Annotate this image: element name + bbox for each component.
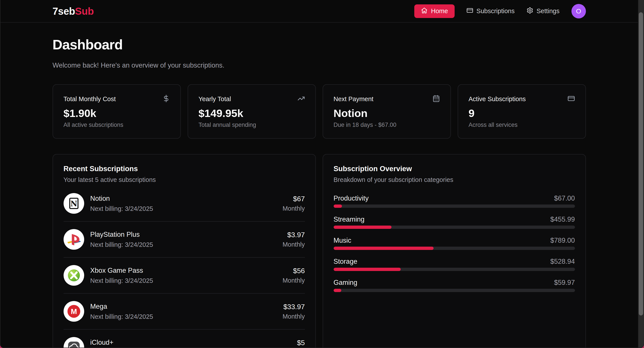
- stat-value: $149.95k: [198, 108, 305, 119]
- subscription-billing: Next billing: 3/24/2025: [90, 313, 276, 320]
- credit-card-icon: [466, 7, 473, 15]
- category-amount: $528.94: [550, 258, 575, 265]
- subscription-billing: Next billing: 3/24/2025: [90, 241, 276, 248]
- subscription-row: iCloud+ Next billing: 3/24/2025 $5 Month…: [64, 329, 305, 348]
- category-progress-fill: [334, 247, 434, 250]
- stat-title: Next Payment: [334, 95, 374, 103]
- category-progress-track: [334, 268, 575, 271]
- subscription-overview-panel: Subscription Overview Breakdown of your …: [323, 154, 586, 348]
- recent-subscriptions-list: N Notion Next billing: 3/24/2025 $67 Mon…: [64, 186, 305, 348]
- stats-grid: Total Monthly Cost $1.90k All active sub…: [52, 84, 586, 139]
- overview-panel-subtitle: Breakdown of your subscription categorie…: [334, 176, 575, 183]
- stat-title: Total Monthly Cost: [64, 95, 116, 103]
- stat-caption: All active subscriptions: [64, 122, 170, 128]
- subscription-cycle: Monthly: [282, 241, 305, 248]
- notion-icon: N: [64, 193, 84, 214]
- subscription-row: M Mega Next billing: 3/24/2025 $33.97 Mo…: [64, 293, 305, 329]
- category-amount: $789.00: [550, 236, 575, 244]
- category-progress-fill: [334, 204, 342, 208]
- category-amount: $67.00: [554, 194, 575, 202]
- category-list: Productivity $67.00 Streaming $455.99 Mu…: [334, 194, 575, 292]
- stat-title: Active Subscriptions: [469, 95, 526, 103]
- category-progress-fill: [334, 226, 392, 229]
- subscription-name: Mega: [90, 302, 276, 310]
- nav-home-button[interactable]: Home: [414, 5, 454, 18]
- logo-text-primary: 7seb: [52, 6, 75, 17]
- app-viewport: 7sebSub Home Subscriptions: [0, 0, 638, 347]
- subscription-billing: Next billing: 3/24/2025: [90, 205, 276, 212]
- xbox-icon: [64, 265, 84, 286]
- stat-value: 9: [469, 108, 575, 119]
- home-icon: [421, 7, 428, 15]
- subscription-name: Notion: [90, 195, 276, 203]
- stat-card: Active Subscriptions 9 Across all servic…: [458, 84, 586, 139]
- stat-value: $1.90k: [64, 108, 170, 119]
- category-progress-fill: [334, 289, 341, 292]
- subscription-price: $56: [282, 267, 305, 275]
- scrollbar-track[interactable]: [638, 0, 644, 347]
- subscription-cycle: Monthly: [282, 277, 305, 284]
- subscription-price: $67: [282, 195, 305, 203]
- page-subtitle: Welcome back! Here's an overview of your…: [52, 62, 586, 69]
- nav-settings-label: Settings: [536, 8, 560, 15]
- subscription-name: Xbox Game Pass: [90, 267, 276, 274]
- category-row: Gaming $59.97: [334, 279, 575, 292]
- app-logo: 7sebSub: [52, 5, 94, 17]
- category-progress-fill: [334, 268, 401, 271]
- stat-value: Notion: [334, 108, 440, 119]
- category-row: Streaming $455.99: [334, 215, 575, 229]
- subscription-cycle: Monthly: [282, 205, 305, 212]
- stat-caption: Across all services: [469, 122, 575, 128]
- category-label: Gaming: [334, 279, 358, 286]
- avatar-initial: O: [576, 8, 581, 15]
- subscription-cycle: Monthly: [282, 313, 305, 320]
- app-window: 7sebSub Home Subscriptions: [0, 0, 644, 348]
- nav-subscriptions-link[interactable]: Subscriptions: [466, 7, 515, 15]
- stat-card: Yearly Total $149.95k Total annual spend…: [188, 84, 316, 139]
- credit-card-icon: [568, 95, 575, 103]
- calendar-icon: [432, 95, 440, 103]
- user-avatar[interactable]: O: [572, 4, 586, 19]
- recent-panel-subtitle: Your latest 5 active subscriptions: [64, 176, 305, 183]
- subscription-price: $33.97: [282, 303, 305, 311]
- logo-text-accent: Sub: [75, 6, 94, 17]
- dollar-icon: [162, 95, 170, 103]
- gear-icon: [526, 7, 533, 15]
- category-row: Music $789.00: [334, 236, 575, 250]
- icloud-icon: [64, 337, 84, 348]
- subscription-price: $5: [282, 339, 305, 347]
- category-row: Storage $528.94: [334, 258, 575, 271]
- overview-panel-title: Subscription Overview: [334, 165, 575, 173]
- subscription-row: N Notion Next billing: 3/24/2025 $67 Mon…: [64, 186, 305, 221]
- stat-caption: Due in 18 days - $67.00: [334, 122, 440, 128]
- recent-panel-title: Recent Subscriptions: [64, 165, 305, 173]
- subscription-name: PlayStation Plus: [90, 231, 276, 238]
- category-label: Music: [334, 236, 351, 244]
- category-row: Productivity $67.00: [334, 194, 575, 208]
- subscription-row: Xbox Game Pass Next billing: 3/24/2025 $…: [64, 257, 305, 293]
- subscription-billing: Next billing: 3/24/2025: [90, 277, 276, 284]
- stat-title: Yearly Total: [198, 95, 231, 103]
- category-label: Streaming: [334, 215, 364, 223]
- scrollbar-thumb[interactable]: [639, 12, 643, 315]
- svg-text:N: N: [70, 199, 77, 208]
- category-progress-track: [334, 247, 575, 250]
- mega-icon: M: [64, 301, 84, 322]
- trending-up-icon: [298, 95, 305, 103]
- nav-subscriptions-label: Subscriptions: [476, 8, 515, 15]
- nav-home-label: Home: [431, 8, 448, 15]
- category-amount: $59.97: [554, 279, 575, 286]
- svg-text:M: M: [70, 307, 77, 315]
- stat-card: Total Monthly Cost $1.90k All active sub…: [52, 84, 181, 139]
- panels-row: Recent Subscriptions Your latest 5 activ…: [52, 154, 586, 348]
- category-amount: $455.99: [550, 215, 575, 223]
- category-label: Storage: [334, 258, 358, 265]
- subscription-name: iCloud+: [90, 338, 276, 346]
- subscription-row: PlayStation Plus Next billing: 3/24/2025…: [64, 221, 305, 257]
- subscription-price: $3.97: [282, 231, 305, 239]
- category-progress-track: [334, 226, 575, 229]
- stat-card: Next Payment Notion Due in 18 days - $67…: [323, 84, 451, 139]
- category-progress-track: [334, 289, 575, 292]
- nav-settings-link[interactable]: Settings: [526, 7, 560, 15]
- playstation-icon: [64, 229, 84, 250]
